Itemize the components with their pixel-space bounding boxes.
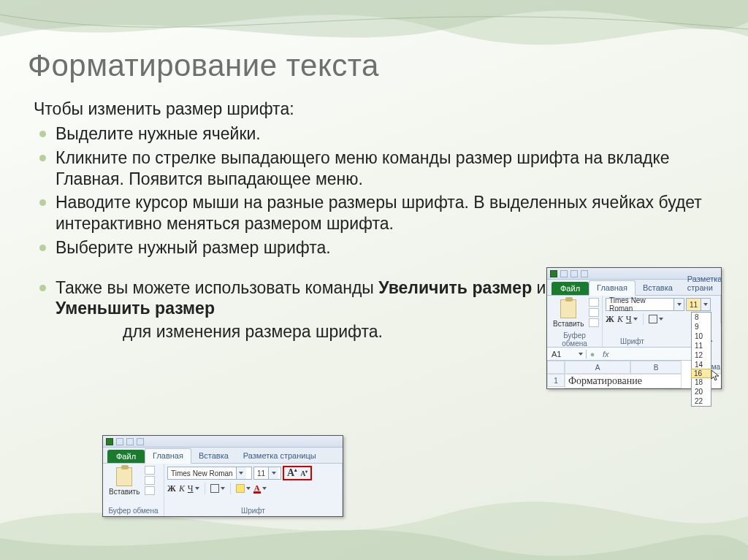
border-icon[interactable] [210, 484, 219, 493]
group-clipboard-label: Буфер обмена [550, 331, 599, 348]
size-option[interactable]: 20 [692, 387, 711, 396]
cut-icon[interactable] [589, 298, 599, 307]
size-option[interactable]: 9 [692, 322, 711, 331]
tab-layout[interactable]: Разметка страницы [236, 449, 324, 463]
chevron-down-icon[interactable] [268, 467, 278, 479]
qat-undo-icon [126, 438, 134, 445]
qat-save-icon [116, 438, 123, 445]
qat-save-icon [560, 270, 568, 277]
clipboard-icon [116, 467, 132, 486]
paste-label: Вставить [109, 488, 140, 496]
row-header-1[interactable]: 1 [547, 374, 565, 387]
bullet-1: Выделите нужные ячейки. [37, 123, 720, 145]
bullet-4: Выберите нужный размер шрифта. [37, 237, 475, 258]
shrink-font-icon[interactable]: A▾ [299, 469, 309, 477]
bold-button[interactable]: Ж [606, 314, 614, 325]
size-option[interactable]: 10 [692, 331, 711, 341]
excel-screenshot-grow-shrink: Файл Главная Вставка Разметка страницы В… [102, 435, 343, 517]
underline-button[interactable]: Ч [188, 483, 194, 494]
tab-insert[interactable]: Вставка [191, 449, 236, 463]
fill-color-icon[interactable] [236, 484, 245, 493]
select-all-corner[interactable] [547, 361, 565, 374]
font-size-value: 11 [687, 301, 701, 309]
bold-button[interactable]: Ж [167, 483, 176, 494]
cut-icon[interactable] [145, 466, 155, 475]
chevron-down-icon [579, 353, 583, 356]
tab-layout[interactable]: Разметка страни [680, 272, 730, 295]
paste-button[interactable]: Вставить [550, 298, 587, 329]
col-header-b[interactable]: B [630, 361, 682, 374]
font-size-value: 11 [254, 469, 268, 477]
bullet-2: Кликните по стрелке выпадающего меню ком… [37, 147, 720, 190]
cell-a1[interactable]: Форматирование [565, 374, 682, 388]
italic-button[interactable]: К [617, 314, 623, 325]
excel-app-icon [106, 438, 113, 445]
underline-button[interactable]: Ч [626, 314, 632, 325]
cursor-icon [711, 369, 721, 383]
bullet-5-bold1: Увеличить размер [378, 278, 532, 297]
bullet-5-mid: и [532, 278, 546, 297]
font-size-combo[interactable]: 11 [253, 467, 281, 480]
excel-app-icon [550, 270, 557, 277]
grow-shrink-highlight: A▴ A▾ [283, 466, 312, 480]
slide-title: Форматирование текста [28, 48, 720, 83]
size-option[interactable]: 8 [692, 312, 711, 322]
bullet-5: Также вы можете использовать команды Уве… [37, 277, 562, 320]
chevron-down-icon[interactable] [673, 299, 684, 310]
qat-redo-icon [137, 438, 144, 445]
clipboard-icon [560, 299, 576, 318]
tab-insert[interactable]: Вставка [636, 281, 680, 295]
tab-home[interactable]: Главная [145, 448, 191, 464]
paste-label: Вставить [553, 320, 584, 328]
grow-font-icon[interactable]: A▴ [286, 467, 299, 479]
bullet-5-pre: Также вы можете использовать команды [56, 278, 378, 297]
font-size-dropdown[interactable]: 8 9 10 11 12 14 16 18 [691, 312, 711, 407]
chevron-down-icon[interactable] [236, 467, 246, 479]
name-box[interactable]: A1 [547, 350, 587, 358]
intro-text: Чтобы изменить размер шрифта: [34, 99, 720, 119]
size-option[interactable]: 12 [692, 350, 711, 360]
font-name-value: Times New Roman [606, 296, 673, 312]
italic-button[interactable]: К [179, 483, 185, 494]
format-painter-icon[interactable] [589, 318, 599, 327]
font-size-combo[interactable]: 11 8 9 10 11 12 14 16 [686, 298, 711, 311]
format-painter-icon[interactable] [145, 486, 155, 495]
group-clipboard-label: Буфер обмена [106, 507, 161, 515]
fx-icon[interactable]: fx [598, 350, 614, 358]
bullet-3: Наводите курсор мыши на разные размеры ш… [37, 192, 720, 234]
excel-screenshot-dropdown: Файл Главная Вставка Разметка страни Вст… [546, 267, 722, 389]
bullet-5-bold2: Уменьшить размер [56, 299, 215, 318]
chevron-down-icon[interactable] [701, 299, 710, 310]
tab-file[interactable]: Файл [552, 282, 589, 295]
col-header-a[interactable]: A [565, 361, 630, 374]
copy-icon[interactable] [589, 308, 599, 317]
size-option[interactable]: 18 [692, 377, 711, 387]
font-name-value: Times New Roman [168, 469, 236, 477]
size-option[interactable]: 11 [692, 341, 711, 350]
font-name-combo[interactable]: Times New Roman [606, 298, 684, 311]
qat-undo-icon [570, 270, 578, 277]
tab-home[interactable]: Главная [589, 280, 636, 296]
qat-redo-icon [581, 270, 588, 277]
font-color-icon[interactable]: A [253, 484, 261, 494]
paste-button[interactable]: Вставить [106, 466, 142, 497]
tab-file[interactable]: Файл [107, 450, 145, 463]
size-option-hover[interactable]: 16 [691, 369, 711, 378]
copy-icon[interactable] [145, 476, 155, 485]
size-option[interactable]: 22 [692, 396, 711, 406]
border-icon[interactable] [649, 315, 657, 323]
group-font-label: Шрифт [167, 507, 339, 515]
name-box-value: A1 [552, 350, 561, 358]
font-name-combo[interactable]: Times New Roman [167, 467, 252, 480]
